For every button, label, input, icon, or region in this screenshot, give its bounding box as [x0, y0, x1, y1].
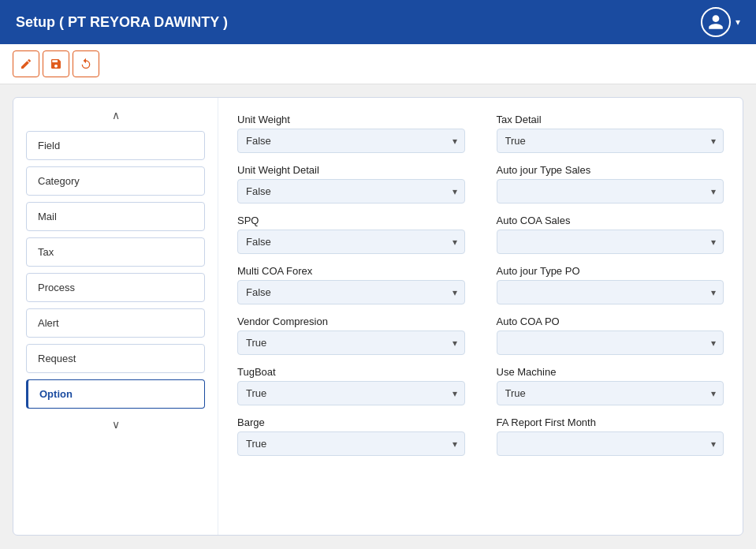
label-use-machine: Use Machine	[497, 366, 724, 378]
field-use-machine: Use Machine FalseTrue	[497, 366, 724, 405]
field-vendor-compresion: Vendor Compresion FalseTrue	[237, 316, 465, 355]
header: Setup ( PT REYORA DAWINTY ) ▾	[0, 0, 756, 44]
field-auto-coa-po: Auto COA PO FalseTrue	[497, 316, 724, 355]
select-auto-coa-po[interactable]: FalseTrue	[497, 331, 724, 355]
field-auto-jour-type-po: Auto jour Type PO FalseTrue	[497, 265, 724, 304]
select-wrapper-auto-coa-sales: FalseTrue	[497, 230, 724, 254]
page-title: Setup ( PT REYORA DAWINTY )	[16, 14, 228, 31]
select-wrapper-fa-report-first-month: FalseTrue	[497, 431, 724, 456]
label-vendor-compresion: Vendor Compresion	[237, 316, 465, 327]
select-wrapper-auto-coa-po: FalseTrue	[497, 331, 724, 355]
select-auto-coa-sales[interactable]: FalseTrue	[497, 230, 724, 254]
field-auto-jour-type-sales: Auto jour Type Sales FalseTrue	[497, 164, 724, 204]
select-wrapper-multi-coa-forex: FalseTrue	[237, 280, 465, 304]
card: ∧ Field Category Mail Tax Process Alert …	[13, 97, 743, 536]
select-tax-detail[interactable]: FalseTrue	[497, 129, 724, 153]
label-auto-coa-sales: Auto COA Sales	[497, 215, 724, 226]
field-fa-report-first-month: FA Report First Month FalseTrue	[497, 416, 724, 456]
sidebar-item-mail[interactable]: Mail	[26, 202, 205, 231]
sidebar-item-option[interactable]: Option	[26, 379, 205, 409]
label-barge: Barge	[237, 416, 465, 428]
select-use-machine[interactable]: FalseTrue	[497, 381, 724, 405]
main-content: ∧ Field Category Mail Tax Process Alert …	[0, 84, 756, 548]
select-unit-weight-detail[interactable]: FalseTrue	[237, 179, 465, 204]
sidebar: ∧ Field Category Mail Tax Process Alert …	[13, 98, 218, 535]
select-wrapper-vendor-compresion: FalseTrue	[237, 331, 465, 355]
select-wrapper-spq: FalseTrue	[237, 230, 465, 254]
select-fa-report-first-month[interactable]: FalseTrue	[497, 431, 724, 456]
edit-button[interactable]	[13, 50, 39, 77]
label-auto-jour-type-po: Auto jour Type PO	[497, 265, 724, 277]
select-unit-weight[interactable]: FalseTrue	[237, 129, 465, 153]
select-wrapper-tugboat: FalseTrue	[237, 381, 465, 405]
label-fa-report-first-month: FA Report First Month	[497, 416, 724, 428]
label-unit-weight-detail: Unit Weight Detail	[237, 164, 465, 176]
select-auto-jour-type-sales[interactable]: FalseTrue	[497, 179, 724, 204]
user-dropdown-arrow[interactable]: ▾	[736, 17, 740, 28]
field-tugboat: TugBoat FalseTrue	[237, 366, 465, 405]
sidebar-chevron-down[interactable]: ∨	[112, 415, 120, 434]
field-spq: SPQ FalseTrue	[237, 215, 465, 254]
avatar[interactable]	[701, 7, 731, 37]
select-wrapper-auto-jour-type-sales: FalseTrue	[497, 179, 724, 204]
label-spq: SPQ	[237, 215, 465, 226]
field-auto-coa-sales: Auto COA Sales FalseTrue	[497, 215, 724, 254]
select-wrapper-tax-detail: FalseTrue	[497, 129, 724, 153]
select-vendor-compresion[interactable]: FalseTrue	[237, 331, 465, 355]
field-unit-weight-detail: Unit Weight Detail FalseTrue	[237, 164, 465, 204]
label-multi-coa-forex: Multi COA Forex	[237, 265, 465, 277]
label-auto-coa-po: Auto COA PO	[497, 316, 724, 327]
select-barge[interactable]: FalseTrue	[237, 431, 465, 456]
select-tugboat[interactable]: FalseTrue	[237, 381, 465, 405]
sidebar-item-process[interactable]: Process	[26, 273, 205, 302]
user-menu[interactable]: ▾	[701, 7, 740, 37]
toolbar	[0, 44, 756, 84]
label-tax-detail: Tax Detail	[497, 114, 724, 125]
right-column: Tax Detail FalseTrue Auto jour Type Sale…	[497, 114, 724, 467]
select-wrapper-unit-weight-detail: FalseTrue	[237, 179, 465, 204]
save-button[interactable]	[43, 50, 69, 77]
label-tugboat: TugBoat	[237, 366, 465, 378]
sidebar-item-field[interactable]: Field	[26, 131, 205, 160]
sidebar-chevron-up[interactable]: ∧	[112, 106, 120, 125]
label-auto-jour-type-sales: Auto jour Type Sales	[497, 164, 724, 176]
select-multi-coa-forex[interactable]: FalseTrue	[237, 280, 465, 304]
field-tax-detail: Tax Detail FalseTrue	[497, 114, 724, 153]
form-area: Unit Weight FalseTrue Unit Weight Detail…	[218, 98, 743, 535]
sidebar-item-alert[interactable]: Alert	[26, 308, 205, 338]
sidebar-item-category[interactable]: Category	[26, 166, 205, 196]
label-unit-weight: Unit Weight	[237, 114, 465, 125]
select-spq[interactable]: FalseTrue	[237, 230, 465, 254]
select-auto-jour-type-po[interactable]: FalseTrue	[497, 280, 724, 304]
select-wrapper-unit-weight: FalseTrue	[237, 129, 465, 153]
select-wrapper-auto-jour-type-po: FalseTrue	[497, 280, 724, 304]
select-wrapper-barge: FalseTrue	[237, 431, 465, 456]
field-multi-coa-forex: Multi COA Forex FalseTrue	[237, 265, 465, 304]
sidebar-item-request[interactable]: Request	[26, 344, 205, 373]
select-wrapper-use-machine: FalseTrue	[497, 381, 724, 405]
reset-button[interactable]	[73, 50, 99, 77]
left-column: Unit Weight FalseTrue Unit Weight Detail…	[237, 114, 465, 467]
field-barge: Barge FalseTrue	[237, 416, 465, 456]
field-unit-weight: Unit Weight FalseTrue	[237, 114, 465, 153]
sidebar-item-tax[interactable]: Tax	[26, 237, 205, 267]
